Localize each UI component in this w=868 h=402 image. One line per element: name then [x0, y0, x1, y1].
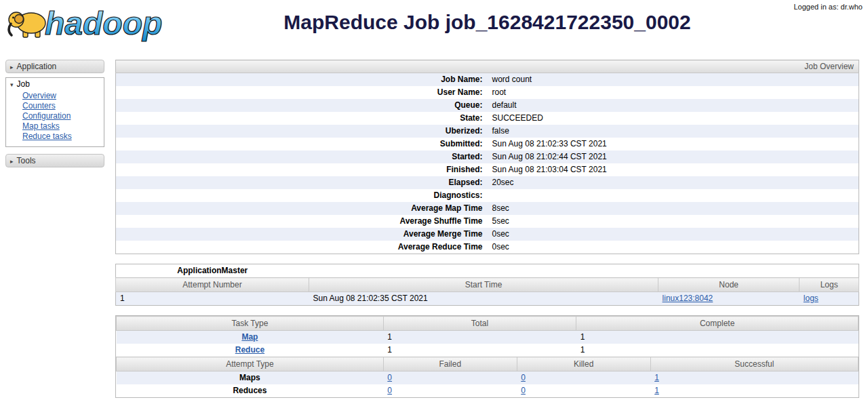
sidebar-section-application-label: Application: [17, 62, 57, 71]
job-overview-table: Job Overview Job Name:word count User Na…: [115, 60, 859, 254]
col-header-successful: Successful: [650, 357, 858, 371]
info-label: Elapsed:: [116, 176, 488, 189]
info-value: Sun Aug 08 21:02:44 CST 2021: [488, 150, 859, 163]
sidebar-item-overview[interactable]: Overview: [22, 91, 56, 100]
col-header-total: Total: [383, 317, 576, 331]
info-value: SUCCEEDED: [488, 112, 859, 125]
application-master-table: ApplicationMaster Attempt Number Start T…: [115, 264, 859, 306]
table-row: Elapsed:20sec: [116, 176, 859, 189]
job-nav-links: Overview Counters Configuration Map task…: [6, 91, 104, 142]
col-header-start-time: Start Time: [309, 278, 658, 292]
am-node-link[interactable]: linux123:8042: [663, 294, 713, 303]
table-row: Average Shuffle Time5sec: [116, 215, 859, 228]
table-row: Reduces 0 0 1: [117, 384, 859, 397]
am-start-time: Sun Aug 08 21:02:35 CST 2021: [309, 292, 658, 306]
info-label: Queue:: [116, 99, 488, 112]
table-row: Maps 0 0 1: [117, 371, 859, 385]
sidebar-section-application[interactable]: ▸Application: [5, 60, 104, 73]
table-row: Map 1 1: [117, 331, 859, 344]
table-row: Reduce 1 1: [117, 344, 859, 357]
col-header-task-type: Task Type: [117, 317, 384, 331]
info-value: 20sec: [488, 176, 859, 189]
table-row: Uberized:false: [116, 125, 859, 138]
logged-in-label: Logged in as: dr.who: [793, 3, 863, 11]
col-header-complete: Complete: [576, 317, 859, 331]
col-header-logs: Logs: [800, 278, 859, 292]
maps-killed-link[interactable]: 0: [521, 373, 526, 382]
info-label: Average Reduce Time: [116, 241, 488, 254]
info-value: 0sec: [488, 228, 859, 241]
info-label: State:: [116, 112, 488, 125]
maps-successful-link[interactable]: 1: [654, 373, 659, 382]
list-item: Counters: [22, 101, 104, 111]
task-summary-table: Task Type Total Complete Map 1 1 Reduce …: [116, 316, 859, 357]
table-row: Started:Sun Aug 08 21:02:44 CST 2021: [116, 150, 859, 163]
sidebar-nav: ▸Application ▾Job Overview Counters Conf…: [5, 60, 104, 172]
info-label: Average Merge Time: [116, 228, 488, 241]
sidebar-section-job[interactable]: ▾Job: [6, 78, 104, 90]
sidebar-section-tools-label: Tools: [17, 156, 36, 165]
info-value: word count: [488, 73, 859, 87]
maps-attempt-label: Maps: [117, 371, 384, 385]
reduces-failed-link[interactable]: 0: [387, 386, 392, 395]
info-label: Started:: [116, 150, 488, 163]
reduce-complete: 1: [576, 344, 859, 357]
table-row: Diagnostics:: [116, 189, 859, 202]
info-label: Finished:: [116, 163, 488, 176]
table-row: Average Map Time8sec: [116, 202, 859, 215]
map-complete: 1: [576, 331, 859, 344]
attempt-summary-table: Attempt Type Failed Killed Successful Ma…: [116, 357, 859, 397]
table-row: Submitted:Sun Aug 08 21:02:33 CST 2021: [116, 138, 859, 150]
reduces-killed-link[interactable]: 0: [521, 386, 526, 395]
sidebar-item-map-tasks[interactable]: Map tasks: [22, 121, 60, 131]
chevron-down-icon: ▾: [10, 81, 14, 88]
page-title: MapReduce Job job_1628421722350_0002: [115, 11, 859, 34]
info-label: Uberized:: [116, 125, 488, 138]
main-content: Job Overview Job Name:word count User Na…: [115, 60, 859, 402]
col-header-attempt-number: Attempt Number: [116, 278, 309, 292]
table-row: Job Name:word count: [116, 73, 859, 87]
list-item: Reduce tasks: [22, 132, 104, 142]
map-tasks-link[interactable]: Map: [241, 332, 258, 342]
list-item: Overview: [22, 91, 104, 101]
info-value: false: [488, 125, 859, 138]
table-row: 1 Sun Aug 08 21:02:35 CST 2021 linux123:…: [116, 292, 859, 306]
table-row: Attempt Number Start Time Node Logs: [116, 278, 859, 292]
sidebar-section-tools[interactable]: ▸Tools: [5, 154, 104, 167]
info-value: [488, 189, 859, 202]
sidebar-item-counters[interactable]: Counters: [22, 101, 56, 110]
reduces-successful-link[interactable]: 1: [654, 386, 659, 395]
list-item: Map tasks: [22, 121, 104, 132]
info-label: Job Name:: [116, 73, 488, 87]
info-label: User Name:: [116, 86, 488, 99]
table-row: User Name:root: [116, 86, 859, 99]
info-value: root: [488, 86, 859, 99]
reduce-tasks-link[interactable]: Reduce: [235, 345, 264, 355]
info-label: Average Shuffle Time: [116, 215, 488, 228]
am-logs-link[interactable]: logs: [804, 294, 818, 303]
sidebar-section-job-box: ▾Job Overview Counters Configuration Map…: [5, 77, 104, 147]
table-row: Task Type Total Complete: [117, 317, 859, 331]
table-row: Finished:Sun Aug 08 21:03:04 CST 2021: [116, 163, 859, 176]
info-label: Submitted:: [116, 138, 488, 150]
application-master-title: ApplicationMaster: [116, 264, 309, 278]
table-row: Average Reduce Time0sec: [116, 241, 859, 254]
chevron-right-icon: ▸: [10, 64, 14, 71]
info-value: Sun Aug 08 21:03:04 CST 2021: [488, 163, 859, 176]
table-row: State:SUCCEEDED: [116, 112, 859, 125]
info-value: Sun Aug 08 21:02:33 CST 2021: [488, 138, 859, 150]
map-total: 1: [383, 331, 576, 344]
info-value: default: [488, 99, 859, 112]
hadoop-elephant-icon: [9, 12, 45, 37]
col-header-attempt-type: Attempt Type: [117, 357, 384, 371]
table-row: Average Merge Time0sec: [116, 228, 859, 241]
info-label: Average Map Time: [116, 202, 488, 215]
maps-failed-link[interactable]: 0: [387, 373, 392, 382]
job-overview-caption: Job Overview: [116, 60, 859, 73]
sidebar-item-reduce-tasks[interactable]: Reduce tasks: [22, 132, 72, 141]
am-attempt-number: 1: [116, 292, 309, 306]
sidebar-item-configuration[interactable]: Configuration: [22, 111, 71, 121]
table-row: Queue:default: [116, 99, 859, 112]
sidebar-section-job-label: Job: [17, 79, 30, 89]
col-header-failed: Failed: [383, 357, 517, 371]
